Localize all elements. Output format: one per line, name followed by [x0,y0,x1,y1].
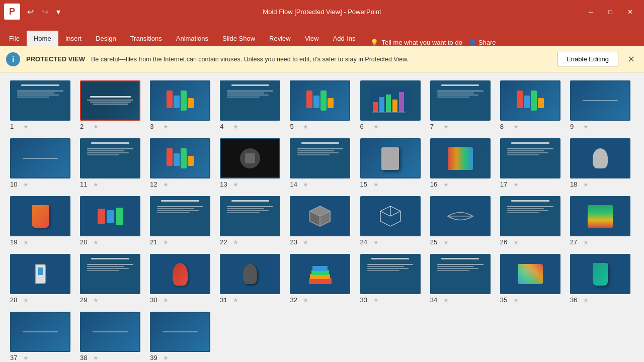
slide-thumb-20 [80,196,140,236]
slide-star-37[interactable]: ★ [23,354,29,361]
slide-star-35[interactable]: ★ [513,297,519,304]
tell-me-box[interactable]: 💡 Tell me what you want to do [370,39,462,46]
slide-star-28[interactable]: ★ [23,297,29,304]
slide-star-39[interactable]: ★ [163,354,169,361]
tab-slide-show[interactable]: Slide Show [215,31,262,46]
slide-star-13[interactable]: ★ [233,181,238,188]
slide-item-33[interactable]: 33★ [360,254,424,304]
slide-item-3[interactable]: 3★ [150,80,214,130]
share-button[interactable]: 👤 Share [468,39,496,46]
slide-star-18[interactable]: ★ [583,181,589,188]
slide-star-14[interactable]: ★ [303,181,308,188]
slide-star-5[interactable]: ★ [303,123,308,130]
slide-star-15[interactable]: ★ [373,181,379,188]
slide-star-7[interactable]: ★ [443,123,449,130]
slide-grid-area[interactable]: 1★ 2★ 3★ 4★ [0,72,644,362]
undo-button[interactable]: ↩ [24,5,37,19]
tab-design[interactable]: Design [89,31,123,46]
slide-item-19[interactable]: 19★ [10,196,74,246]
slide-item-32[interactable]: 32★ [290,254,354,304]
slide-item-8[interactable]: 8★ [500,80,564,130]
slide-star-27[interactable]: ★ [583,239,589,246]
slide-star-34[interactable]: ★ [443,297,449,304]
tab-file[interactable]: File [2,31,27,46]
slide-item-21[interactable]: 21★ [150,196,214,246]
tab-home[interactable]: Home [27,31,58,46]
tab-transitions[interactable]: Transitions [123,31,169,46]
slide-item-18[interactable]: 18★ [570,138,634,188]
slide-item-10[interactable]: 10★ [10,138,74,188]
slide-item-27[interactable]: 27★ [570,196,634,246]
slide-star-21[interactable]: ★ [163,239,169,246]
slide-item-6[interactable]: 6★ [360,80,424,130]
slide-item-37[interactable]: 37★ [10,312,74,361]
slide-star-32[interactable]: ★ [303,297,308,304]
enable-editing-button[interactable]: Enable Editing [557,52,618,66]
slide-star-26[interactable]: ★ [513,239,519,246]
slide-star-8[interactable]: ★ [513,123,519,130]
redo-button[interactable]: ↪ [39,5,51,19]
slide-item-35[interactable]: 35★ [500,254,564,304]
slide-star-17[interactable]: ★ [513,181,519,188]
slide-star-16[interactable]: ★ [443,181,449,188]
slide-item-16[interactable]: 16★ [430,138,494,188]
quick-access-more[interactable]: ▾ [53,5,63,19]
slide-star-6[interactable]: ★ [373,123,379,130]
slide-star-12[interactable]: ★ [163,181,169,188]
slide-item-30[interactable]: 30★ [150,254,214,304]
slide-item-9[interactable]: 9★ [570,80,634,130]
tab-animations[interactable]: Animations [169,31,215,46]
slide-star-22[interactable]: ★ [233,239,238,246]
slide-star-10[interactable]: ★ [23,181,29,188]
close-button[interactable]: ✕ [620,5,640,19]
slide-item-28[interactable]: 28★ [10,254,74,304]
restore-button[interactable]: □ [601,5,619,19]
slide-item-7[interactable]: 7★ [430,80,494,130]
tab-review[interactable]: Review [262,31,298,46]
slide-star-29[interactable]: ★ [93,297,99,304]
slide-item-1[interactable]: 1★ [10,80,74,130]
slide-star-4[interactable]: ★ [233,123,238,130]
slide-star-3[interactable]: ★ [163,123,169,130]
slide-item-25[interactable]: 25★ [430,196,494,246]
slide-item-13[interactable]: 13★ [220,138,284,188]
slide-item-12[interactable]: 12★ [150,138,214,188]
slide-item-34[interactable]: 34★ [430,254,494,304]
slide-star-20[interactable]: ★ [93,239,99,246]
minimize-button[interactable]: ─ [582,5,600,19]
slide-star-11[interactable]: ★ [93,181,99,188]
tab-insert[interactable]: Insert [58,31,89,46]
slide-item-15[interactable]: 15★ [360,138,424,188]
slide-item-31[interactable]: 31★ [220,254,284,304]
slide-item-22[interactable]: 22★ [220,196,284,246]
slide-star-25[interactable]: ★ [443,239,449,246]
slide-star-19[interactable]: ★ [23,239,29,246]
slide-item-26[interactable]: 26★ [500,196,564,246]
slide-item-17[interactable]: 17★ [500,138,564,188]
slide-item-20[interactable]: 20★ [80,196,144,246]
close-protected-bar-button[interactable]: ✕ [624,53,638,66]
slide-item-24[interactable]: 24★ [360,196,424,246]
slide-item-4[interactable]: 4★ [220,80,284,130]
slide-item-2[interactable]: 2★ [80,80,144,130]
slide-star-1[interactable]: ★ [23,123,29,130]
slide-item-14[interactable]: 14★ [290,138,354,188]
slide-star-2[interactable]: ★ [93,123,99,130]
slide-star-31[interactable]: ★ [233,297,238,304]
slide-item-36[interactable]: 36★ [570,254,634,304]
slide-item-11[interactable]: 11★ [80,138,144,188]
tab-add-ins[interactable]: Add-Ins [326,31,363,46]
slide-item-38[interactable]: 38★ [80,312,144,361]
slide-star-30[interactable]: ★ [163,297,169,304]
slide-star-36[interactable]: ★ [583,297,589,304]
slide-star-9[interactable]: ★ [583,123,589,130]
slide-item-39[interactable]: 39★ [150,312,214,361]
slide-star-38[interactable]: ★ [93,354,99,361]
tab-view[interactable]: View [298,31,326,46]
slide-item-5[interactable]: 5★ [290,80,354,130]
slide-item-29[interactable]: 29★ [80,254,144,304]
slide-star-24[interactable]: ★ [373,239,379,246]
slide-item-23[interactable]: 23★ [290,196,354,246]
slide-star-33[interactable]: ★ [373,297,379,304]
slide-star-23[interactable]: ★ [303,239,308,246]
